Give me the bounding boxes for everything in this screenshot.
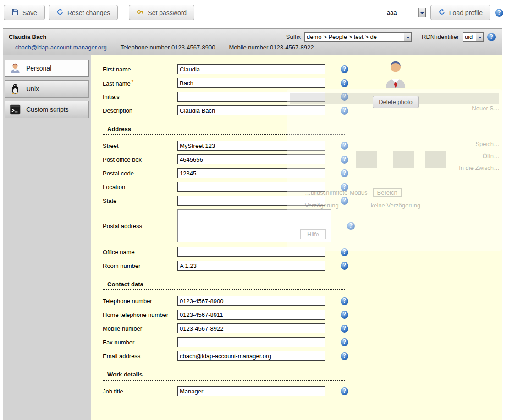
input-home-telephone-number[interactable]	[177, 310, 325, 320]
input-office-name[interactable]	[177, 247, 325, 257]
help-icon[interactable]: ?	[341, 65, 348, 73]
help-icon[interactable]: ?	[341, 197, 348, 205]
form-row-postal-address: Postal address?	[103, 209, 502, 242]
help-icon[interactable]: ?	[341, 107, 348, 115]
help-icon[interactable]: ?	[347, 222, 355, 230]
key-icon	[137, 8, 144, 17]
reset-changes-button[interactable]: Reset changes	[49, 5, 118, 20]
rdn-identifier-select[interactable]: uid	[463, 32, 484, 42]
delete-photo-button[interactable]: Delete photo	[373, 96, 419, 108]
field-label-description: Description	[103, 107, 177, 114]
tab-label: Custom scripts	[26, 106, 69, 113]
profile-select[interactable]: aaa	[385, 8, 426, 17]
input-first-name[interactable]	[177, 64, 325, 74]
input-room-number[interactable]	[177, 261, 325, 271]
form-row-email-address: Email address?	[103, 351, 502, 361]
input-street[interactable]	[177, 141, 325, 151]
page-title: Claudia Bach	[9, 33, 46, 40]
reset-icon	[56, 8, 64, 17]
help-icon[interactable]: ?	[495, 9, 503, 17]
refresh-icon	[438, 8, 446, 17]
save-icon	[11, 8, 19, 17]
profile-select-value: aaa	[385, 9, 418, 16]
tab-custom-scripts[interactable]: Custom scripts	[5, 101, 89, 118]
form-row-job-title: Job title?	[103, 386, 502, 396]
input-location[interactable]	[177, 182, 325, 192]
input-state[interactable]	[177, 196, 325, 206]
help-icon[interactable]: ?	[341, 325, 348, 333]
field-label-postal-code: Postal code	[103, 170, 177, 177]
reset-changes-label: Reset changes	[67, 9, 110, 16]
input-last-name[interactable]	[177, 78, 325, 88]
form-row-state: State?	[103, 196, 502, 206]
input-telephone-number[interactable]	[177, 296, 325, 306]
help-icon[interactable]: ?	[341, 262, 348, 270]
form-row-room-number: Room number?	[103, 261, 502, 271]
rdn-select-value: uid	[463, 33, 476, 40]
form-row-initials: Initials?	[103, 92, 502, 102]
section-header-work-details: Work details	[103, 371, 345, 381]
header-mobile: Mobile number 0123-4567-8922	[229, 44, 314, 51]
field-label-email-address: Email address	[103, 353, 177, 360]
save-button[interactable]: Save	[4, 5, 45, 20]
help-icon[interactable]: ?	[341, 297, 348, 305]
form-row-description: Description?	[103, 105, 502, 115]
input-initials[interactable]	[177, 92, 325, 102]
tab-personal[interactable]: Personal	[5, 60, 89, 77]
chevron-down-icon	[476, 33, 483, 41]
help-icon[interactable]: ?	[487, 33, 496, 41]
help-icon[interactable]: ?	[341, 248, 348, 256]
load-profile-button[interactable]: Load profile	[430, 5, 490, 20]
account-header: Claudia Bach Suffix demo > People > test…	[3, 28, 502, 55]
form-area: First name?Last name*?Initials?Descripti…	[103, 64, 502, 396]
help-icon[interactable]: ?	[341, 142, 348, 150]
input-description[interactable]	[177, 105, 325, 115]
field-label-postal-address: Postal address	[103, 223, 177, 229]
form-row-telephone-number: Telephone number?	[103, 296, 502, 306]
tab-unix[interactable]: Unix	[5, 80, 89, 98]
rdn-identifier-label: RDN identifier	[422, 33, 459, 40]
help-icon[interactable]: ?	[341, 387, 348, 395]
form-row-last-name: Last name*?	[103, 78, 502, 88]
help-icon[interactable]: ?	[341, 352, 348, 360]
help-icon[interactable]: ?	[341, 183, 348, 191]
input-postal-code[interactable]	[177, 168, 325, 178]
field-label-mobile-number: Mobile number	[103, 325, 177, 332]
field-label-post-office-box: Post office box	[103, 156, 177, 163]
help-icon[interactable]: ?	[341, 338, 348, 346]
set-password-button[interactable]: Set password	[129, 5, 194, 20]
help-icon[interactable]: ?	[341, 311, 348, 319]
content: Neuer S… Speich… Öffn… In die Zwisch… …b…	[3, 55, 502, 420]
suffix-select[interactable]: demo > People > test > de	[304, 32, 412, 42]
field-label-state: State	[103, 197, 177, 204]
help-icon[interactable]: ?	[341, 156, 348, 164]
help-icon[interactable]: ?	[341, 93, 348, 101]
input-mobile-number[interactable]	[177, 323, 325, 333]
account-header-row1: Claudia Bach Suffix demo > People > test…	[3, 29, 502, 42]
sidebar-tabs: PersonalUnixCustom scripts	[5, 60, 89, 118]
chevron-down-icon	[418, 8, 425, 17]
input-post-office-box[interactable]	[177, 154, 325, 164]
help-icon[interactable]: ?	[341, 79, 348, 87]
field-label-last-name: Last name*	[103, 79, 177, 87]
form-row-location: Location?	[103, 182, 502, 192]
header-telephone: Telephone number 0123-4567-8900	[121, 44, 215, 51]
form-row-street: Street?	[103, 141, 502, 151]
terminal-icon	[9, 103, 22, 116]
input-job-title[interactable]	[177, 386, 325, 396]
textarea-postal-address[interactable]	[177, 209, 331, 242]
section-header-contact-data: Contact data	[103, 281, 345, 290]
person-icon	[9, 62, 22, 75]
load-profile-label: Load profile	[449, 9, 483, 16]
email-link[interactable]: cbach@ldap-account-manager.org	[15, 44, 107, 51]
form-row-office-name: Office name?	[103, 247, 502, 257]
section-header-address: Address	[103, 125, 345, 135]
field-label-location: Location	[103, 184, 177, 191]
form-row-mobile-number: Mobile number?	[103, 323, 502, 333]
toolbar: Save Reset changes Set password aaa Load…	[0, 0, 507, 28]
help-icon[interactable]: ?	[341, 169, 348, 177]
photo-block: Delete photo	[368, 60, 424, 108]
field-label-initials: Initials	[103, 93, 177, 100]
input-email-address[interactable]	[177, 351, 325, 361]
input-fax-number[interactable]	[177, 337, 325, 347]
